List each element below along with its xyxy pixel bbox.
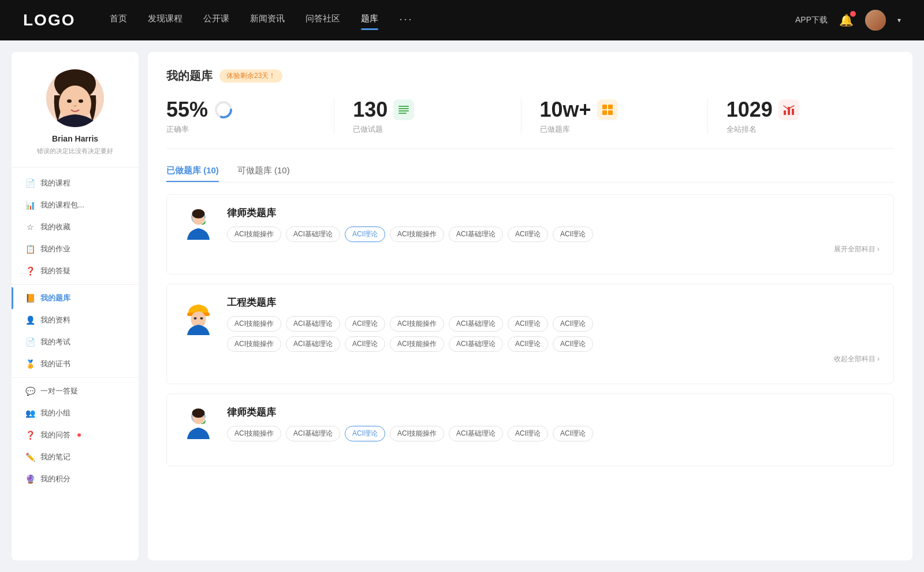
sidebar-item-tutor[interactable]: 💬 一对一答疑: [12, 380, 139, 402]
tab-done-banks[interactable]: 已做题库 (10): [166, 165, 219, 182]
qanda-red-dot: [77, 433, 81, 437]
qbank-card-engineer1: 工程类题库 ACI技能操作 ACI基础理论 ACI理论 ACI技能操作 ACI基…: [166, 284, 894, 384]
sidebar-item-label: 我的笔记: [40, 452, 70, 462]
tabs-row: 已做题库 (10) 可做题库 (10): [166, 165, 894, 183]
tag[interactable]: ACI理论: [508, 226, 548, 242]
sidebar-item-course[interactable]: 📄 我的课程: [12, 172, 139, 194]
tab-available-banks[interactable]: 可做题库 (10): [237, 165, 290, 182]
sidebar-item-cert[interactable]: 🏅 我的证书: [12, 353, 139, 375]
sidebar-item-homework[interactable]: 📋 我的作业: [12, 238, 139, 260]
qbank-info: 工程类题库 ACI技能操作 ACI基础理论 ACI理论 ACI技能操作 ACI基…: [227, 296, 880, 364]
stat-main: 10w+: [540, 98, 618, 122]
nav-item-qbank[interactable]: 题库: [361, 13, 378, 28]
group-icon: 👥: [25, 408, 35, 418]
qbank-card-lawyer2: 律师类题库 ACI技能操作 ACI基础理论 ACI理论 ACI技能操作 ACI基…: [166, 393, 894, 466]
profile-icon: 👤: [25, 315, 35, 325]
tag[interactable]: ACI技能操作: [390, 426, 444, 441]
user-dropdown-arrow[interactable]: ▾: [897, 16, 901, 24]
tag[interactable]: ACI基础理论: [449, 316, 503, 332]
tag[interactable]: ACI基础理论: [286, 316, 340, 332]
tag[interactable]: ACI理论: [553, 226, 593, 242]
sidebar-item-exam[interactable]: 📄 我的考试: [12, 331, 139, 353]
svg-point-22: [192, 209, 204, 218]
sidebar-item-label: 我的积分: [40, 474, 70, 484]
tag[interactable]: ACI基础理论: [286, 426, 340, 441]
main-layout: Brian Harris 错误的决定比没有决定要好 📄 我的课程 📊 我的课程包…: [0, 40, 924, 572]
tutor-icon: 💬: [25, 387, 35, 396]
app-download-button[interactable]: APP下载: [795, 15, 828, 25]
tag[interactable]: ACI技能操作: [227, 336, 281, 352]
rank-icon: [778, 99, 799, 120]
tag[interactable]: ACI基础理论: [286, 226, 340, 242]
sidebar-item-favorite[interactable]: ☆ 我的收藏: [12, 216, 139, 238]
tag[interactable]: ACI基础理论: [449, 226, 503, 242]
sidebar-item-qbank[interactable]: 📙 我的题库: [12, 287, 139, 309]
stat-value-rank: 1029: [726, 98, 773, 122]
svg-point-3: [67, 99, 72, 103]
logo[interactable]: LOGO: [23, 11, 75, 29]
tag[interactable]: ACI理论: [345, 316, 385, 332]
favorite-icon: ☆: [25, 222, 35, 232]
sidebar-item-notes[interactable]: ✏️ 我的笔记: [12, 446, 139, 468]
qbank-icon: 📙: [25, 294, 35, 303]
tag[interactable]: ACI理论: [508, 316, 548, 332]
trial-badge: 体验剩余23天！: [219, 69, 282, 83]
notification-bell[interactable]: 🔔: [839, 13, 854, 27]
user-avatar-nav[interactable]: [865, 10, 886, 31]
nav-item-home[interactable]: 首页: [110, 13, 127, 28]
tag[interactable]: ACI技能操作: [390, 336, 444, 352]
sidebar-item-points[interactable]: 🔮 我的积分: [12, 468, 139, 490]
points-icon: 🔮: [25, 474, 35, 484]
tag[interactable]: ACI理论: [553, 426, 593, 441]
qbank-tags-lawyer2: ACI技能操作 ACI基础理论 ACI理论 ACI技能操作 ACI基础理论 AC…: [227, 426, 880, 441]
tag-active[interactable]: ACI理论: [345, 426, 385, 441]
sidebar-item-profile[interactable]: 👤 我的资料: [12, 309, 139, 331]
tag[interactable]: ACI技能操作: [390, 226, 444, 242]
sidebar-item-qahelp[interactable]: ❓ 我的答疑: [12, 260, 139, 282]
tag[interactable]: ACI理论: [553, 316, 593, 332]
svg-point-31: [192, 408, 204, 418]
stat-value-accuracy: 55%: [166, 98, 208, 122]
svg-rect-7: [398, 106, 409, 107]
stat-main: 130: [353, 98, 414, 122]
list-icon: [397, 103, 410, 116]
qbank-header: 律师类题库 ACI技能操作 ACI基础理论 ACI理论 ACI技能操作 ACI基…: [181, 206, 880, 254]
svg-rect-17: [792, 109, 794, 115]
nav-item-news[interactable]: 新闻资讯: [250, 13, 285, 28]
nav-item-discover[interactable]: 发现课程: [148, 13, 182, 28]
sidebar-item-label: 我的问答: [40, 430, 70, 440]
tag[interactable]: ACI基础理论: [286, 336, 340, 352]
tag[interactable]: ACI技能操作: [390, 316, 444, 332]
expand-button-lawyer1[interactable]: 展开全部科目 ›: [227, 244, 880, 254]
tag[interactable]: ACI基础理论: [449, 336, 503, 352]
svg-rect-10: [398, 113, 407, 114]
tag[interactable]: ACI基础理论: [449, 426, 503, 441]
sidebar-item-qanda[interactable]: ❓ 我的问答: [12, 424, 139, 446]
tag[interactable]: ACI理论: [553, 336, 593, 352]
nav-links: 首页 发现课程 公开课 新闻资讯 问答社区 题库 ···: [110, 13, 413, 28]
course-icon: 📄: [25, 179, 35, 188]
navbar-right: APP下载 🔔 ▾: [795, 10, 901, 31]
qahelp-icon: ❓: [25, 266, 35, 276]
sidebar-item-label: 一对一答疑: [40, 386, 78, 396]
tag[interactable]: ACI理论: [508, 426, 548, 441]
sidebar-item-coursepack[interactable]: 📊 我的课程包...: [12, 194, 139, 216]
collapse-button-engineer1[interactable]: 收起全部科目 ›: [227, 354, 880, 364]
tag[interactable]: ACI理论: [345, 336, 385, 352]
tag[interactable]: ACI技能操作: [227, 226, 281, 242]
tag[interactable]: ACI理论: [508, 336, 548, 352]
tag[interactable]: ACI技能操作: [227, 316, 281, 332]
lawyer-icon-container: [181, 206, 215, 247]
svg-rect-14: [608, 110, 613, 115]
nav-item-opencourse[interactable]: 公开课: [203, 13, 229, 28]
svg-rect-13: [602, 110, 607, 115]
tag-active[interactable]: ACI理论: [345, 226, 385, 242]
done-banks-icon: [597, 99, 618, 120]
nav-item-more[interactable]: ···: [399, 13, 413, 28]
tag[interactable]: ACI技能操作: [227, 426, 281, 441]
stat-accuracy: 55% 正确率: [166, 98, 334, 135]
qbank-tags-engineer1-row1: ACI技能操作 ACI基础理论 ACI理论 ACI技能操作 ACI基础理论 AC…: [227, 316, 880, 332]
sidebar-item-group[interactable]: 👥 我的小组: [12, 402, 139, 424]
svg-rect-15: [784, 110, 786, 115]
nav-item-qa[interactable]: 问答社区: [305, 13, 340, 28]
